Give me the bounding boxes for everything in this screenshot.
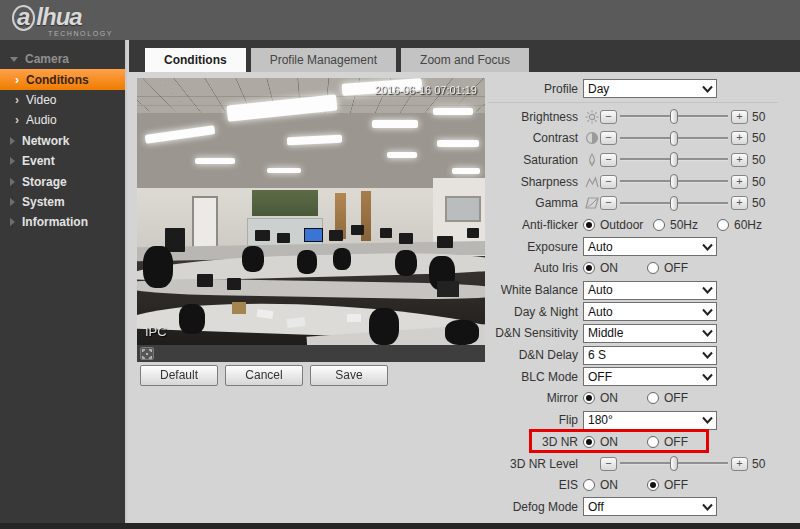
radio-outdoor[interactable] — [583, 219, 595, 231]
exposure-select[interactable]: Auto — [583, 237, 717, 256]
chevron-down-icon — [702, 286, 713, 294]
tab-profile-management[interactable]: Profile Management — [251, 48, 396, 72]
sidebar-item-camera[interactable]: Camera — [0, 49, 125, 69]
flip-value: 180° — [588, 413, 613, 427]
blc-mode-select[interactable]: OFF — [583, 367, 717, 386]
defog-mode-value: Off — [588, 500, 604, 514]
chevron-right-icon: › — [15, 93, 19, 107]
sidebar-item-video[interactable]: › Video — [0, 90, 125, 110]
logo-a-mark: a — [12, 5, 35, 31]
sidebar-item-event[interactable]: Event — [0, 151, 125, 171]
contrast-value: 50 — [752, 131, 765, 145]
blc-mode-value: OFF — [588, 370, 612, 384]
dn-sensitivity-select[interactable]: Middle — [583, 324, 717, 343]
sidebar-information-label: Information — [22, 215, 88, 229]
brightness-icon — [583, 110, 600, 124]
off-option-label: OFF — [664, 391, 688, 405]
chevron-down-icon — [702, 503, 713, 511]
radio-eis-off[interactable] — [647, 479, 659, 491]
white-balance-select[interactable]: Auto — [583, 281, 717, 300]
radio-mirror-on[interactable] — [583, 392, 595, 404]
dahua-camera-web-ui: alhua TECHNOLOGY Camera › Conditions › V… — [0, 0, 800, 529]
exposure-value: Auto — [588, 240, 613, 254]
saturation-icon — [583, 153, 600, 167]
channel-label: IPC — [145, 324, 167, 339]
flip-select[interactable]: 180° — [583, 411, 717, 430]
slider-decrease-button[interactable]: − — [600, 457, 617, 471]
day-night-value: Auto — [588, 305, 613, 319]
slider-handle[interactable] — [670, 456, 678, 471]
sharpness-slider[interactable] — [620, 174, 728, 189]
sidebar-network-label: Network — [22, 134, 69, 148]
brightness-slider[interactable] — [620, 109, 728, 124]
contrast-slider[interactable] — [620, 131, 728, 146]
default-button[interactable]: Default — [140, 365, 218, 386]
sharpness-row: Sharpness − + 50 — [488, 171, 778, 193]
on-option-label: ON — [600, 391, 618, 405]
radio-60hz[interactable] — [717, 219, 729, 231]
slider-decrease-button[interactable]: − — [600, 110, 617, 124]
tab-conditions[interactable]: Conditions — [145, 48, 246, 72]
scene-monitor — [399, 233, 413, 244]
sidebar-item-network[interactable]: Network — [0, 131, 125, 151]
slider-increase-button[interactable]: + — [731, 153, 748, 167]
profile-select[interactable]: Day — [583, 79, 717, 98]
gamma-icon — [583, 196, 600, 210]
save-button[interactable]: Save — [310, 365, 388, 386]
chevron-down-icon — [702, 243, 713, 251]
slider-decrease-button[interactable]: − — [600, 196, 617, 210]
tab-zoom-and-focus[interactable]: Zoom and Focus — [401, 48, 529, 72]
sidebar-item-conditions[interactable]: › Conditions — [0, 69, 125, 89]
chevron-right-icon: › — [15, 113, 19, 127]
day-night-select[interactable]: Auto — [583, 302, 717, 321]
3d-nr-level-label: 3D NR Level — [488, 457, 578, 471]
sidebar-item-system[interactable]: System — [0, 192, 125, 212]
dn-delay-select[interactable]: 6 S — [583, 346, 717, 365]
slider-increase-button[interactable]: + — [731, 196, 748, 210]
saturation-slider[interactable] — [620, 152, 728, 167]
gamma-slider[interactable] — [620, 196, 728, 211]
3d-nr-level-slider[interactable] — [620, 456, 728, 471]
slider-increase-button[interactable]: + — [731, 175, 748, 189]
sidebar-item-storage[interactable]: Storage — [0, 171, 125, 191]
scene-chair — [143, 246, 173, 288]
slider-handle[interactable] — [670, 196, 678, 211]
radio-50hz[interactable] — [653, 219, 665, 231]
3d-nr-level-row: 3D NR Level − + 50 — [488, 453, 778, 475]
video-preview: 2016-06-16 07:01:19 IPC — [137, 78, 485, 345]
defog-mode-select[interactable]: Off — [583, 497, 717, 516]
radio-auto-iris-off[interactable] — [647, 262, 659, 274]
radio-3d-nr-off[interactable] — [647, 436, 659, 448]
exposure-row: Exposure Auto — [488, 236, 778, 258]
day-night-row: Day & Night Auto — [488, 301, 778, 323]
cancel-button[interactable]: Cancel — [225, 365, 303, 386]
slider-increase-button[interactable]: + — [731, 110, 748, 124]
slider-decrease-button[interactable]: − — [600, 175, 617, 189]
radio-mirror-off[interactable] — [647, 392, 659, 404]
exposure-label: Exposure — [488, 240, 578, 254]
radio-3d-nr-on[interactable] — [583, 436, 595, 448]
slider-decrease-button[interactable]: − — [600, 131, 617, 145]
slider-decrease-button[interactable]: − — [600, 153, 617, 167]
defog-mode-row: Defog Mode Off — [488, 496, 778, 518]
brightness-value: 50 — [752, 110, 765, 124]
slider-handle[interactable] — [670, 131, 678, 146]
dn-sensitivity-value: Middle — [588, 326, 623, 340]
slider-increase-button[interactable]: + — [731, 457, 748, 471]
defog-mode-label: Defog Mode — [488, 500, 578, 514]
slider-handle[interactable] — [670, 109, 678, 124]
blc-mode-row: BLC Mode OFF — [488, 366, 778, 388]
dn-sensitivity-row: D&N Sensitivity Middle — [488, 323, 778, 345]
radio-eis-on[interactable] — [583, 479, 595, 491]
scene-light — [433, 108, 473, 115]
radio-auto-iris-on[interactable] — [583, 262, 595, 274]
slider-handle[interactable] — [670, 152, 678, 167]
slider-handle[interactable] — [670, 174, 678, 189]
white-balance-row: White Balance Auto — [488, 279, 778, 301]
sidebar-system-label: System — [22, 195, 65, 209]
sidebar-item-audio[interactable]: › Audio — [0, 110, 125, 130]
slider-increase-button[interactable]: + — [731, 131, 748, 145]
sidebar-item-information[interactable]: Information — [0, 212, 125, 232]
fullscreen-button[interactable] — [140, 347, 154, 360]
scene-monitor — [227, 278, 241, 290]
